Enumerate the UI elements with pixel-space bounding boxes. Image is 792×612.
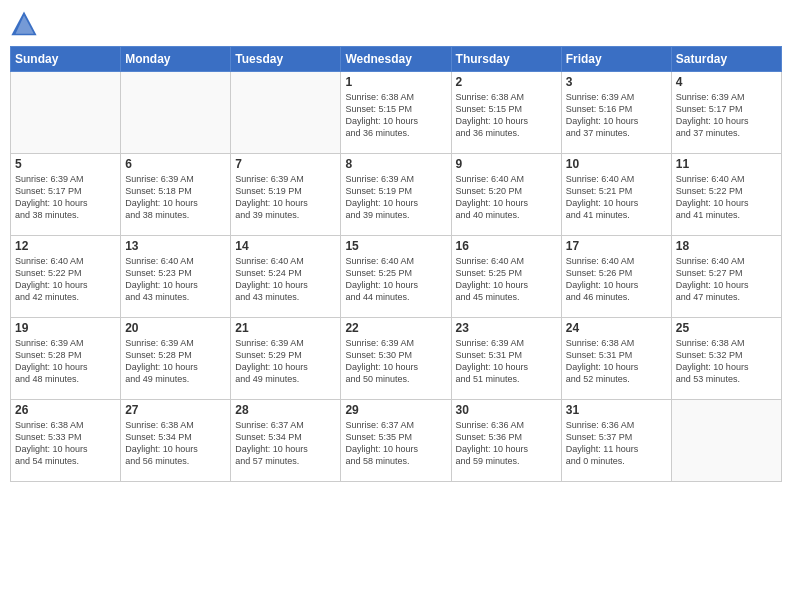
calendar-header-wednesday: Wednesday (341, 47, 451, 72)
day-number: 14 (235, 239, 336, 253)
calendar-cell: 1Sunrise: 6:38 AM Sunset: 5:15 PM Daylig… (341, 72, 451, 154)
calendar-cell: 23Sunrise: 6:39 AM Sunset: 5:31 PM Dayli… (451, 318, 561, 400)
day-info: Sunrise: 6:40 AM Sunset: 5:26 PM Dayligh… (566, 255, 667, 304)
day-number: 9 (456, 157, 557, 171)
day-info: Sunrise: 6:38 AM Sunset: 5:32 PM Dayligh… (676, 337, 777, 386)
calendar-cell: 16Sunrise: 6:40 AM Sunset: 5:25 PM Dayli… (451, 236, 561, 318)
day-info: Sunrise: 6:39 AM Sunset: 5:28 PM Dayligh… (125, 337, 226, 386)
calendar-header-saturday: Saturday (671, 47, 781, 72)
calendar-cell: 12Sunrise: 6:40 AM Sunset: 5:22 PM Dayli… (11, 236, 121, 318)
day-number: 3 (566, 75, 667, 89)
calendar-header-sunday: Sunday (11, 47, 121, 72)
calendar-week-3: 19Sunrise: 6:39 AM Sunset: 5:28 PM Dayli… (11, 318, 782, 400)
day-info: Sunrise: 6:38 AM Sunset: 5:15 PM Dayligh… (345, 91, 446, 140)
calendar-cell: 27Sunrise: 6:38 AM Sunset: 5:34 PM Dayli… (121, 400, 231, 482)
calendar-cell (231, 72, 341, 154)
calendar-cell: 31Sunrise: 6:36 AM Sunset: 5:37 PM Dayli… (561, 400, 671, 482)
day-info: Sunrise: 6:40 AM Sunset: 5:22 PM Dayligh… (15, 255, 116, 304)
day-number: 21 (235, 321, 336, 335)
day-number: 20 (125, 321, 226, 335)
day-number: 16 (456, 239, 557, 253)
calendar-cell: 6Sunrise: 6:39 AM Sunset: 5:18 PM Daylig… (121, 154, 231, 236)
calendar-cell: 19Sunrise: 6:39 AM Sunset: 5:28 PM Dayli… (11, 318, 121, 400)
calendar-cell: 26Sunrise: 6:38 AM Sunset: 5:33 PM Dayli… (11, 400, 121, 482)
calendar-cell: 8Sunrise: 6:39 AM Sunset: 5:19 PM Daylig… (341, 154, 451, 236)
calendar-cell: 22Sunrise: 6:39 AM Sunset: 5:30 PM Dayli… (341, 318, 451, 400)
day-info: Sunrise: 6:39 AM Sunset: 5:18 PM Dayligh… (125, 173, 226, 222)
day-number: 26 (15, 403, 116, 417)
calendar-cell (11, 72, 121, 154)
day-info: Sunrise: 6:40 AM Sunset: 5:27 PM Dayligh… (676, 255, 777, 304)
day-info: Sunrise: 6:37 AM Sunset: 5:34 PM Dayligh… (235, 419, 336, 468)
calendar-header-friday: Friday (561, 47, 671, 72)
calendar-week-1: 5Sunrise: 6:39 AM Sunset: 5:17 PM Daylig… (11, 154, 782, 236)
calendar-cell: 3Sunrise: 6:39 AM Sunset: 5:16 PM Daylig… (561, 72, 671, 154)
day-info: Sunrise: 6:36 AM Sunset: 5:37 PM Dayligh… (566, 419, 667, 468)
day-info: Sunrise: 6:39 AM Sunset: 5:31 PM Dayligh… (456, 337, 557, 386)
day-number: 22 (345, 321, 446, 335)
logo-icon (10, 10, 38, 38)
calendar-cell: 10Sunrise: 6:40 AM Sunset: 5:21 PM Dayli… (561, 154, 671, 236)
day-info: Sunrise: 6:39 AM Sunset: 5:17 PM Dayligh… (15, 173, 116, 222)
calendar-cell: 28Sunrise: 6:37 AM Sunset: 5:34 PM Dayli… (231, 400, 341, 482)
calendar-cell: 2Sunrise: 6:38 AM Sunset: 5:15 PM Daylig… (451, 72, 561, 154)
day-info: Sunrise: 6:39 AM Sunset: 5:30 PM Dayligh… (345, 337, 446, 386)
calendar-cell: 11Sunrise: 6:40 AM Sunset: 5:22 PM Dayli… (671, 154, 781, 236)
calendar-cell: 21Sunrise: 6:39 AM Sunset: 5:29 PM Dayli… (231, 318, 341, 400)
calendar-cell: 24Sunrise: 6:38 AM Sunset: 5:31 PM Dayli… (561, 318, 671, 400)
logo (10, 10, 42, 38)
day-number: 12 (15, 239, 116, 253)
day-info: Sunrise: 6:39 AM Sunset: 5:28 PM Dayligh… (15, 337, 116, 386)
calendar-cell: 9Sunrise: 6:40 AM Sunset: 5:20 PM Daylig… (451, 154, 561, 236)
day-number: 8 (345, 157, 446, 171)
header (10, 10, 782, 38)
calendar-cell: 7Sunrise: 6:39 AM Sunset: 5:19 PM Daylig… (231, 154, 341, 236)
day-info: Sunrise: 6:39 AM Sunset: 5:17 PM Dayligh… (676, 91, 777, 140)
calendar-week-0: 1Sunrise: 6:38 AM Sunset: 5:15 PM Daylig… (11, 72, 782, 154)
day-info: Sunrise: 6:38 AM Sunset: 5:31 PM Dayligh… (566, 337, 667, 386)
day-info: Sunrise: 6:40 AM Sunset: 5:20 PM Dayligh… (456, 173, 557, 222)
calendar-cell: 25Sunrise: 6:38 AM Sunset: 5:32 PM Dayli… (671, 318, 781, 400)
calendar-cell: 29Sunrise: 6:37 AM Sunset: 5:35 PM Dayli… (341, 400, 451, 482)
day-info: Sunrise: 6:38 AM Sunset: 5:15 PM Dayligh… (456, 91, 557, 140)
day-number: 17 (566, 239, 667, 253)
calendar-cell: 17Sunrise: 6:40 AM Sunset: 5:26 PM Dayli… (561, 236, 671, 318)
day-info: Sunrise: 6:39 AM Sunset: 5:16 PM Dayligh… (566, 91, 667, 140)
page: SundayMondayTuesdayWednesdayThursdayFrid… (0, 0, 792, 612)
calendar-header-row: SundayMondayTuesdayWednesdayThursdayFrid… (11, 47, 782, 72)
day-number: 31 (566, 403, 667, 417)
calendar-cell (121, 72, 231, 154)
day-info: Sunrise: 6:40 AM Sunset: 5:21 PM Dayligh… (566, 173, 667, 222)
calendar-header-thursday: Thursday (451, 47, 561, 72)
day-number: 7 (235, 157, 336, 171)
day-info: Sunrise: 6:38 AM Sunset: 5:33 PM Dayligh… (15, 419, 116, 468)
calendar-cell: 4Sunrise: 6:39 AM Sunset: 5:17 PM Daylig… (671, 72, 781, 154)
day-info: Sunrise: 6:40 AM Sunset: 5:25 PM Dayligh… (456, 255, 557, 304)
day-info: Sunrise: 6:40 AM Sunset: 5:23 PM Dayligh… (125, 255, 226, 304)
day-info: Sunrise: 6:39 AM Sunset: 5:19 PM Dayligh… (235, 173, 336, 222)
calendar-cell: 5Sunrise: 6:39 AM Sunset: 5:17 PM Daylig… (11, 154, 121, 236)
day-number: 1 (345, 75, 446, 89)
day-number: 19 (15, 321, 116, 335)
day-info: Sunrise: 6:39 AM Sunset: 5:19 PM Dayligh… (345, 173, 446, 222)
calendar-cell: 15Sunrise: 6:40 AM Sunset: 5:25 PM Dayli… (341, 236, 451, 318)
day-info: Sunrise: 6:40 AM Sunset: 5:22 PM Dayligh… (676, 173, 777, 222)
calendar-cell: 20Sunrise: 6:39 AM Sunset: 5:28 PM Dayli… (121, 318, 231, 400)
calendar-header-monday: Monday (121, 47, 231, 72)
calendar-cell (671, 400, 781, 482)
day-number: 30 (456, 403, 557, 417)
day-number: 2 (456, 75, 557, 89)
day-number: 6 (125, 157, 226, 171)
calendar-table: SundayMondayTuesdayWednesdayThursdayFrid… (10, 46, 782, 482)
day-number: 29 (345, 403, 446, 417)
day-number: 10 (566, 157, 667, 171)
day-info: Sunrise: 6:38 AM Sunset: 5:34 PM Dayligh… (125, 419, 226, 468)
calendar-cell: 13Sunrise: 6:40 AM Sunset: 5:23 PM Dayli… (121, 236, 231, 318)
day-number: 24 (566, 321, 667, 335)
day-info: Sunrise: 6:39 AM Sunset: 5:29 PM Dayligh… (235, 337, 336, 386)
calendar-cell: 18Sunrise: 6:40 AM Sunset: 5:27 PM Dayli… (671, 236, 781, 318)
day-info: Sunrise: 6:36 AM Sunset: 5:36 PM Dayligh… (456, 419, 557, 468)
day-info: Sunrise: 6:40 AM Sunset: 5:24 PM Dayligh… (235, 255, 336, 304)
day-number: 25 (676, 321, 777, 335)
day-info: Sunrise: 6:40 AM Sunset: 5:25 PM Dayligh… (345, 255, 446, 304)
